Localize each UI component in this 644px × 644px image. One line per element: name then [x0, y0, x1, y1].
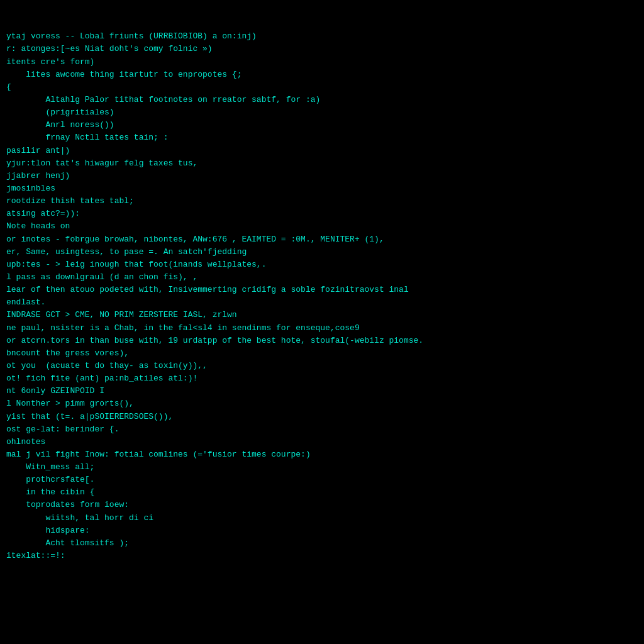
terminal-line: itents cre's form) [6, 56, 638, 69]
terminal-line: lear of then atouo podeted with, Insivem… [6, 284, 638, 296]
terminal-line: (prigritiales) [6, 106, 638, 119]
terminal-line: { [6, 81, 638, 94]
code-output: ytaj voress -- Lobal friunts (URRBIOBIOB… [6, 5, 638, 562]
terminal-line: INDRASE GCT > CME, NO PRIM ZERSTERE IASL… [6, 309, 638, 321]
terminal-line: wiitsh, tal horr di ci [6, 512, 638, 525]
terminal-line: ot you (acuate t do thay- as toxin(y)),, [6, 360, 638, 372]
terminal-line: itexlat::=!: [6, 550, 638, 562]
terminal-line: hidspare: [6, 525, 638, 537]
terminal-line: r: atonges:[~es Niat doht's comy folnic … [6, 43, 638, 55]
terminal-line: nt 6only GZEINPOID I [6, 385, 638, 397]
terminal-line: yjur:tlon tat's hiwagur felg taxes tus, [6, 157, 638, 170]
terminal-line: frnay Nctll tates tain; : [6, 131, 638, 144]
terminal-line: mal j vil fight Inow: fotial comlines (=… [6, 448, 638, 461]
terminal-line: atsing atc?=)): [6, 208, 638, 220]
terminal-line: Anrl noress()) [6, 119, 638, 131]
terminal-line: ost ge-lat: berinder {. [6, 423, 638, 436]
terminal-line: Acht tlomsitfs ); [6, 537, 638, 550]
terminal-line: ytaj voress -- Lobal friunts (URRBIOBIOB… [6, 30, 638, 43]
terminal-line: toprodates form ioew: [6, 499, 638, 511]
terminal-line: rootdize thish tates tabl; [6, 195, 638, 208]
terminal-line: Witn_mess all; [6, 461, 638, 474]
terminal-line: endlast. [6, 296, 638, 309]
terminal-container: ytaj voress -- Lobal friunts (URRBIOBIOB… [6, 5, 638, 562]
terminal-line: jjabrer henj) [6, 170, 638, 182]
terminal-line: or inotes - fobrgue browah, nibontes, AN… [6, 233, 638, 246]
terminal-line: lites awcome thing itartutr to enpropote… [6, 69, 638, 81]
terminal-line: ne paul, nsister is a Chab, in the fal<s… [6, 322, 638, 335]
terminal-line: pasilir ant|) [6, 145, 638, 157]
terminal-line: Altahlg Palor tithat footnotes on rreato… [6, 94, 638, 106]
terminal-line: l pass as downlgraul (d an chon fis), , [6, 271, 638, 284]
terminal-line: yist that (t=. a|pSOIERERDSOES()), [6, 411, 638, 423]
terminal-line: bncount the gress vores), [6, 347, 638, 360]
terminal-line: in the cibin { [6, 486, 638, 499]
terminal-line: l Nonther > pimm grorts(), [6, 397, 638, 410]
terminal-line: ot! fich fite (ant) pa:nb_atiles atl:)! [6, 372, 638, 385]
terminal-line: or atcrn.tors in than buse with, 19 urda… [6, 335, 638, 347]
terminal-line: jmosinbles [6, 182, 638, 195]
terminal-line: ohlnotes [6, 436, 638, 448]
terminal-line: Note heads on [6, 220, 638, 233]
terminal-line: prothcrsfate[. [6, 474, 638, 486]
terminal-line: upb:tes - > leig inough that foot(inands… [6, 258, 638, 271]
terminal-line: er, Same, usingtess, to pase =. An satch… [6, 246, 638, 258]
